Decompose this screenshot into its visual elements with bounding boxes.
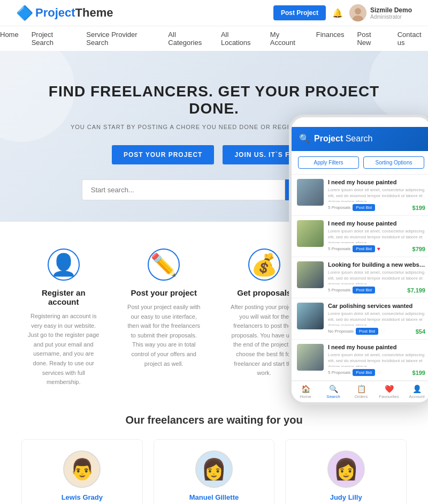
listing-title: I need my house painted [328,220,425,227]
nav-project-search[interactable]: Project Search [32,31,74,47]
freelancer-card: 👩 Judy Lilly (No rating) $20 /hr Contact… [285,439,407,504]
nav-my-account[interactable]: My Account [270,31,303,47]
post-your-project-button[interactable]: POST YOUR PROJECT [112,145,214,164]
listing-content: Car polishing services wanted Lorem ipsu… [328,303,425,335]
mobile-nav-favourites[interactable]: ❤️ Favourites [375,385,403,399]
user-info: Sizmile Demo Administrator [349,4,412,21]
search-nav-icon: 🔍 [329,385,338,393]
heart-icon[interactable]: ♡ [377,370,382,375]
favourites-nav-label: Favourites [379,394,399,399]
logo-project: Project [35,6,75,20]
avatar [349,4,366,21]
listing-price: $799 [412,246,425,252]
main-nav: Home Project Search Service Provider Sea… [0,26,428,51]
mobile-title-search: Search [343,134,372,143]
listing-desc: Lorem ipsum dolor sit amet, consectetur … [328,311,425,326]
nav-finances[interactable]: Finances [316,31,345,47]
notification-icon[interactable]: 🔔 [332,8,343,18]
listing-price: $199 [412,205,425,211]
listing-title: I need my house painted [328,179,425,185]
account-nav-label: Account [409,394,425,399]
mobile-listing-item[interactable]: Car polishing services wanted Lorem ipsu… [292,298,428,340]
freelancer-card: 👨 Lewis Grady (No rating) $19 /hr Contac… [21,439,143,504]
mobile-nav-orders[interactable]: 📋 Orders [347,385,375,399]
mobile-listing-item[interactable]: I need my house painted Lorem ipsum dolo… [292,216,428,257]
listing-title: Car polishing services wanted [328,303,425,309]
mobile-nav-search[interactable]: 🔍 Search [319,385,347,399]
mobile-header: 🔍 Project Search [292,127,428,151]
freelancer-name: Judy Lilly [294,493,398,501]
listing-proposals: 5 Proposals [328,370,350,375]
step-post: ✏️ Post your project Post your project e… [122,243,207,393]
mobile-bottom-nav: 🏠 Home 🔍 Search 📋 Orders ❤️ Favourites 👤… [292,381,428,402]
listing-proposals: 5 Proposals [328,288,350,292]
mobile-listing-item[interactable]: Looking for building a new website.. Lor… [292,257,428,298]
nav-contact-us[interactable]: Contact us [398,31,428,47]
main-content: 👤 Register an account Registering an acc… [0,222,428,504]
listing-desc: Lorem ipsum dolor sit amet, consectetur … [328,269,425,284]
mobile-nav-account[interactable]: 👤 Account [403,385,428,399]
freelancer-name: Manuel Gillette [163,493,266,501]
step-post-title: Post your project [127,288,201,297]
listing-bottom: 5 Proposals Post Bid ♡ $7,199 [328,287,425,294]
listing-price: $54 [416,328,425,335]
mobile-listing-item[interactable]: I need my house painted Lorem ipsum dolo… [292,340,428,381]
user-name: Sizmile Demo [370,6,412,14]
listing-desc: Lorem ipsum dolor sit amet, consectetur … [328,352,425,367]
listing-desc: Lorem ipsum dolor sit amet, consectetur … [328,187,425,202]
nav-all-categories[interactable]: All Categories [168,31,208,47]
listing-bottom: No Proposals Post Bid ♡ $54 [328,328,425,335]
logo-theme: Theme [75,6,113,20]
mobile-app-overlay: 🔍 Project Search Apply Filters Sorting O… [289,115,428,405]
listing-proposals: No Proposals [328,329,354,334]
logo-icon: 🔷 [16,5,33,21]
step-register-desc: Registering an account is very easy in o… [27,312,101,387]
listing-content: I need my house painted Lorem ipsum dolo… [328,220,425,252]
hero-title: FIND FREELANCERS. GET YOUR PROJECT DONE. [21,83,407,117]
heart-icon[interactable]: ♡ [377,205,382,210]
mobile-nav-home[interactable]: 🏠 Home [292,385,319,399]
nav-post-new[interactable]: Post New [357,31,384,47]
listing-desc: Lorem ipsum dolor sit amet, consectetur … [328,228,425,243]
register-icon: 👤 [48,249,80,281]
listing-bottom: 5 Proposals Post Bid ♡ $199 [328,369,425,376]
post-bid-button[interactable]: Post Bid [353,204,375,211]
post-bid-button[interactable]: Post Bid [353,245,375,252]
mobile-filters: Apply Filters Sorting Options [292,151,428,175]
search-input[interactable] [82,179,285,200]
user-text: Sizmile Demo Administrator [370,6,412,20]
home-nav-label: Home [300,394,311,399]
freelancer-avatar: 👩 [195,450,233,488]
logo: 🔷 ProjectTheme [16,5,113,21]
mobile-listing-item[interactable]: I need my house painted Lorem ipsum dolo… [292,175,428,216]
apply-filters-button[interactable]: Apply Filters [298,156,359,169]
listing-proposals: 5 Proposals [328,246,350,251]
listing-content: I need my house painted Lorem ipsum dolo… [328,179,425,211]
heart-icon[interactable]: ♡ [380,328,385,334]
sorting-options-button[interactable]: Sorting Options [363,156,424,169]
listing-title: Looking for building a new website.. [328,261,425,268]
listing-image [297,179,324,206]
heart-icon[interactable]: ♥ [377,246,380,252]
mobile-search-icon: 🔍 [299,133,310,144]
step-register: 👤 Register an account Registering an acc… [21,243,106,393]
search-nav-label: Search [326,394,340,399]
freelancer-avatar: 👨 [63,450,101,488]
listing-proposals: 5 Proposals [328,205,350,210]
heart-icon[interactable]: ♡ [377,287,382,293]
svg-point-1 [355,8,361,14]
freelancer-avatar: 👩 [327,450,365,488]
nav-home[interactable]: Home [0,31,19,47]
listing-price: $7,199 [407,287,425,294]
listing-image [297,344,324,371]
post-bid-button[interactable]: Post Bid [353,369,375,376]
nav-all-locations[interactable]: All Locations [221,31,257,47]
nav-service-provider-search[interactable]: Service Provider Search [86,31,155,47]
listing-image [297,220,324,247]
post-bid-button[interactable]: Post Bid [356,328,378,335]
account-nav-icon: 👤 [412,385,422,393]
post-project-button[interactable]: Post Project [273,5,326,20]
post-bid-button[interactable]: Post Bid [353,287,375,294]
freelancers-section-title: Our freelancers are waiting for you [21,414,407,426]
freelancer-name: Lewis Grady [30,493,134,501]
